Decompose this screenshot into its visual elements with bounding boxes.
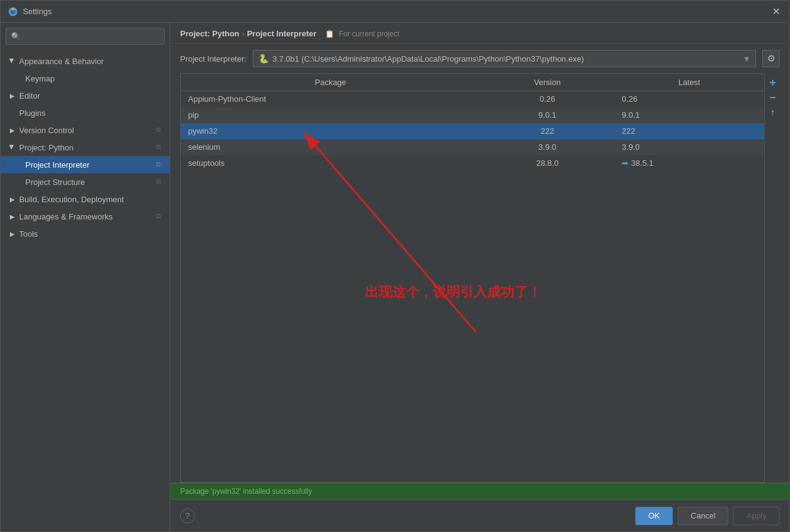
- package-version: 222: [480, 123, 615, 139]
- sidebar-item-label: Project: Python: [19, 143, 156, 152]
- package-name: pywin32: [181, 123, 480, 139]
- interpreter-label: Project Interpreter:: [180, 54, 247, 63]
- settings-window: Settings ✕ 🔍 ▶ Appearance & Behavior Key…: [0, 0, 790, 532]
- breadcrumb-suffix: 📋 For current project: [325, 30, 399, 38]
- sidebar-item-tools[interactable]: ▶ Tools: [1, 225, 170, 242]
- copy-icon: ⧉: [156, 212, 165, 221]
- sidebar-item-label: Editor: [19, 91, 165, 100]
- app-icon: [8, 7, 18, 17]
- arrow-icon: ▶: [8, 143, 17, 152]
- sidebar-item-version-control[interactable]: ▶ Version Control ⧉: [1, 121, 170, 139]
- sidebar-item-project-python[interactable]: ▶ Project: Python ⧉: [1, 139, 170, 156]
- sidebar-item-label: Version Control: [19, 126, 156, 135]
- breadcrumb-separator: ›: [242, 29, 244, 38]
- table-row[interactable]: selenium3.9.03.9.0: [181, 139, 764, 155]
- package-latest: ➡38.5.1: [614, 155, 764, 171]
- sidebar-item-label: Appearance & Behavior: [19, 57, 165, 66]
- sidebar-item-keymap[interactable]: Keymap: [1, 70, 170, 87]
- package-version: 0.26: [480, 91, 615, 107]
- bottom-bar: ? OK Cancel Apply: [170, 499, 789, 531]
- python-icon: 🐍: [258, 54, 269, 63]
- status-bar: Package 'pywin32' installed successfully: [170, 483, 789, 499]
- breadcrumb-project: Project: Python: [180, 29, 239, 38]
- interpreter-select[interactable]: 🐍 3.7.0b1 (C:\Users\Administrator\AppDat…: [253, 50, 756, 67]
- package-latest: 0.26: [614, 91, 764, 107]
- sidebar-item-plugins[interactable]: ▶ Plugins: [1, 104, 170, 121]
- arrow-icon: ▶: [8, 195, 17, 203]
- remove-package-button[interactable]: −: [766, 91, 780, 104]
- table-row[interactable]: pywin32222222: [181, 123, 764, 139]
- search-box[interactable]: 🔍: [6, 28, 165, 45]
- package-area: Package Version Latest Appium-Python-Cli…: [170, 73, 789, 483]
- package-version: 28.8.0: [480, 155, 615, 171]
- table-row[interactable]: pip9.0.19.0.1: [181, 107, 764, 123]
- package-name: Appium-Python-Client: [181, 91, 480, 107]
- package-version: 3.9.0: [480, 139, 615, 155]
- status-message: Package 'pywin32' installed successfully: [180, 487, 312, 496]
- arrow-icon: ▶: [8, 126, 17, 134]
- sidebar: 🔍 ▶ Appearance & Behavior Keymap ▶ Edito…: [1, 23, 170, 531]
- chevron-down-icon: ▼: [743, 54, 751, 63]
- package-name: selenium: [181, 139, 480, 155]
- right-panel: Project: Python › Project Interpreter 📋 …: [170, 23, 789, 531]
- package-table: Package Version Latest Appium-Python-Cli…: [181, 74, 764, 171]
- sidebar-item-build-execution[interactable]: ▶ Build, Execution, Deployment: [1, 190, 170, 208]
- sidebar-item-label: Tools: [19, 229, 165, 239]
- window-title: Settings: [23, 7, 770, 16]
- sidebar-item-label: Build, Execution, Deployment: [19, 195, 165, 204]
- copy-icon: ⧉: [156, 160, 165, 169]
- arrow-icon: ▶: [8, 229, 17, 238]
- action-buttons: OK Cancel Apply: [635, 507, 780, 525]
- sidebar-item-languages-frameworks[interactable]: ▶ Languages & Frameworks ⧉: [1, 208, 170, 225]
- cancel-button[interactable]: Cancel: [678, 507, 728, 525]
- col-package: Package: [181, 74, 480, 91]
- arrow-icon: ▶: [8, 57, 17, 65]
- update-icon: ➡: [622, 158, 628, 168]
- sidebar-item-label: Project Structure: [25, 178, 156, 187]
- package-latest: 9.0.1: [614, 107, 764, 123]
- nav-tree: ▶ Appearance & Behavior Keymap ▶ Editor …: [1, 50, 170, 531]
- titlebar: Settings ✕: [1, 1, 789, 23]
- table-row[interactable]: Appium-Python-Client0.260.26: [181, 91, 764, 107]
- breadcrumb-interpreter: Project Interpreter: [247, 29, 316, 38]
- interpreter-row: Project Interpreter: 🐍 3.7.0b1 (C:\Users…: [170, 44, 789, 73]
- gear-button[interactable]: ⚙: [762, 50, 780, 67]
- close-button[interactable]: ✕: [770, 6, 782, 18]
- package-name: pip: [181, 107, 480, 123]
- package-latest: 222: [614, 123, 764, 139]
- svg-point-2: [12, 8, 14, 10]
- copy-icon: ⧉: [156, 178, 165, 186]
- sidebar-item-label: Project Interpreter: [25, 160, 156, 170]
- sidebar-item-project-structure[interactable]: Project Structure ⧉: [1, 173, 170, 190]
- search-icon: 🔍: [11, 32, 20, 41]
- package-name: setuptools: [181, 155, 480, 171]
- main-content: 🔍 ▶ Appearance & Behavior Keymap ▶ Edito…: [1, 23, 789, 531]
- copy-icon: ⧉: [156, 126, 165, 134]
- sidebar-item-project-interpreter[interactable]: Project Interpreter ⧉: [1, 156, 170, 173]
- ok-button[interactable]: OK: [635, 507, 673, 525]
- col-latest: Latest: [614, 74, 764, 91]
- arrow-icon: ▶: [8, 212, 17, 221]
- sidebar-item-appearance[interactable]: ▶ Appearance & Behavior: [1, 52, 170, 70]
- upgrade-package-button[interactable]: ↑: [766, 105, 780, 119]
- sidebar-item-editor[interactable]: ▶ Editor: [1, 87, 170, 104]
- side-action-buttons: + − ↑: [766, 73, 780, 483]
- search-input[interactable]: [24, 32, 159, 41]
- arrow-icon: ▶: [8, 91, 17, 100]
- sidebar-item-label: Keymap: [25, 74, 165, 83]
- col-version: Version: [480, 74, 615, 91]
- breadcrumb: Project: Python › Project Interpreter 📋 …: [170, 23, 789, 44]
- package-table-container: Package Version Latest Appium-Python-Cli…: [180, 73, 765, 483]
- package-latest: 3.9.0: [614, 139, 764, 155]
- sidebar-item-label: Languages & Frameworks: [19, 212, 156, 221]
- help-button[interactable]: ?: [180, 509, 195, 523]
- table-row[interactable]: setuptools28.8.0➡38.5.1: [181, 155, 764, 171]
- copy-icon: ⧉: [156, 143, 165, 152]
- package-version: 9.0.1: [480, 107, 615, 123]
- apply-button[interactable]: Apply: [733, 507, 780, 525]
- sidebar-item-label: Plugins: [19, 108, 165, 118]
- add-package-button[interactable]: +: [766, 76, 780, 89]
- interpreter-path: 3.7.0b1 (C:\Users\Administrator\AppData\…: [273, 54, 739, 63]
